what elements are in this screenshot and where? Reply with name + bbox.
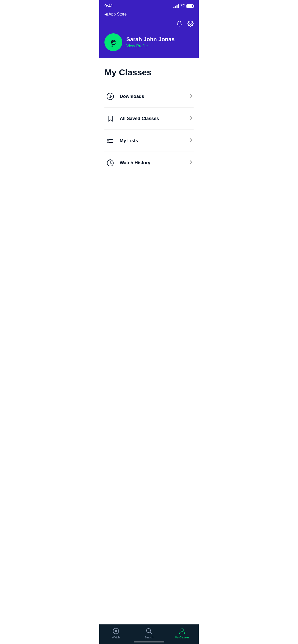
profile-header: Sarah John Jonas View Profile [99,17,199,58]
watch-history-menu-item[interactable]: Watch History [104,152,194,174]
chevron-icon [188,160,194,166]
page-title: My Classes [104,67,194,77]
bookmark-icon [104,113,116,124]
watch-history-label: Watch History [120,160,188,166]
my-lists-menu-item[interactable]: My Lists [104,130,194,152]
downloads-menu-item[interactable]: Downloads [104,85,194,108]
status-time: 9:41 [104,4,113,9]
signal-icon [173,4,179,8]
chevron-icon [188,115,194,122]
svg-point-5 [108,139,109,140]
status-bar: 9:41 [99,0,199,11]
main-content: My Classes Downloads [99,58,199,199]
settings-icon[interactable] [187,21,194,28]
status-icons [173,4,194,8]
battery-icon [186,4,194,8]
svg-point-3 [112,46,113,47]
downloads-label: Downloads [120,94,188,99]
svg-point-1 [106,35,120,49]
chevron-icon [188,93,194,100]
saved-classes-label: All Saved Classes [120,116,188,121]
svg-point-0 [190,23,191,24]
header-actions [104,21,194,28]
clock-icon [104,157,116,169]
saved-classes-menu-item[interactable]: All Saved Classes [104,108,194,130]
download-icon [104,91,116,102]
profile-section: Sarah John Jonas View Profile [104,33,194,51]
my-lists-label: My Lists [120,138,188,143]
svg-point-6 [108,141,109,141]
avatar[interactable] [104,33,122,51]
svg-point-7 [108,142,109,143]
back-button[interactable]: ◀ App Store [104,12,127,17]
view-profile-link[interactable]: View Profile [126,44,175,48]
appstore-bar[interactable]: ◀ App Store [99,11,199,17]
wifi-icon [181,4,185,8]
list-icon [104,135,116,147]
chevron-icon [188,138,194,144]
profile-name: Sarah John Jonas [126,36,175,43]
menu-list: Downloads All Saved Classes [104,85,194,174]
profile-info: Sarah John Jonas View Profile [126,36,175,48]
notification-icon[interactable] [176,21,182,28]
